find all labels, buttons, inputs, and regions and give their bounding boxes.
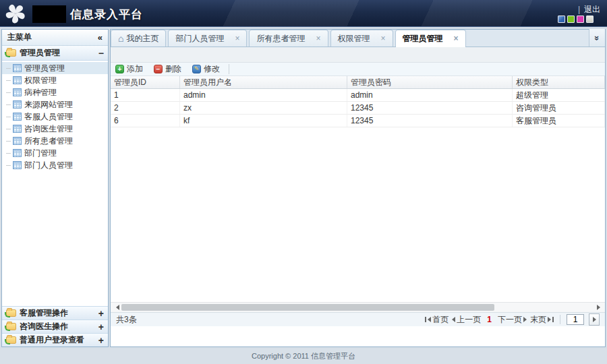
table-icon [13, 125, 22, 133]
arrow-right-icon [593, 317, 596, 322]
home-icon: ⌂ [118, 34, 123, 43]
accordion-panel-label: 咨询医生操作 [20, 321, 68, 332]
app-logo-icon [3, 1, 28, 26]
column-header-role[interactable]: 权限类型 [513, 76, 605, 88]
horizontal-scrollbar[interactable] [111, 302, 605, 312]
close-icon[interactable]: × [235, 34, 239, 42]
delete-button-label: 删除 [165, 63, 181, 75]
sidebar-item-service-staff[interactable]: 客服人员管理 [2, 111, 108, 123]
copyright-text: Copyright © 2011 信息管理平台 [252, 351, 355, 361]
logout-label: 退出 [584, 5, 600, 14]
next-page-label: 下一页 [498, 314, 522, 326]
edit-button-label: 修改 [204, 63, 220, 75]
edit-button[interactable]: ✎ 修改 [190, 63, 222, 75]
tree-connector [6, 92, 11, 93]
delete-icon: − [154, 65, 163, 73]
table-icon [13, 76, 22, 84]
tab-overflow-button[interactable]: » [589, 29, 605, 47]
close-icon[interactable]: × [381, 34, 386, 42]
app-window: 信息录入平台 |退出 主菜单 « 管理员管理 − [0, 0, 607, 364]
accordion-panel-service-ops[interactable]: 客服管理操作 + [2, 306, 108, 320]
sidebar-item-label: 病种管理 [24, 87, 57, 98]
sidebar-item-consult-doctor[interactable]: 咨询医生管理 [2, 123, 108, 135]
table-cell-admin-id: 6 [111, 115, 180, 127]
sidebar-collapse-icon[interactable]: « [98, 32, 103, 42]
folder-icon [6, 336, 16, 344]
close-icon[interactable]: × [454, 34, 459, 42]
collapse-panel-icon[interactable]: − [98, 49, 104, 58]
last-page-label: 末页 [530, 314, 546, 326]
sidebar-item-label: 权限管理 [24, 75, 57, 86]
theme-blue-button[interactable] [558, 16, 565, 23]
logout-separator: | [578, 5, 580, 14]
theme-gray-button[interactable] [586, 16, 594, 23]
arrow-left-icon [452, 317, 455, 322]
tab-admin-manage[interactable]: 管理员管理 × [395, 30, 466, 47]
tab-label: 部门人员管理 [175, 33, 224, 44]
pagination-bar: 共3条 首页 上一页 1 下一页 [111, 312, 605, 326]
accordion-panel-user-login-view[interactable]: 普通用户登录查看 + [2, 333, 108, 346]
scroll-right-button[interactable] [593, 303, 604, 312]
scroll-thumb[interactable] [121, 304, 494, 311]
sidebar-title: 主菜单 [7, 32, 32, 43]
current-page: 1 [487, 315, 492, 324]
table-icon [13, 100, 22, 109]
delete-button[interactable]: − 删除 [152, 63, 183, 75]
tree-connector [6, 68, 11, 69]
arrow-right-icon [548, 317, 551, 322]
sidebar-item-permission[interactable]: 权限管理 [2, 74, 108, 86]
expand-panel-icon[interactable]: + [98, 322, 104, 332]
tab-permission[interactable]: 权限管理 × [330, 30, 393, 47]
sidebar-item-source-site[interactable]: 来源网站管理 [2, 98, 108, 111]
sidebar-item-department-staff[interactable]: 部门人员管理 [2, 159, 108, 171]
prev-page-label: 上一页 [457, 314, 481, 326]
add-button[interactable]: + 添加 [113, 63, 145, 75]
page-input[interactable] [567, 314, 584, 325]
close-icon[interactable]: × [316, 34, 320, 42]
tab-label: 我的主页 [126, 33, 158, 44]
table-row[interactable]: 6 kf 12345 客服管理员 [111, 115, 605, 127]
accordion-panel-admin-manage[interactable]: 管理员管理 − [2, 46, 108, 61]
accordion-panel-label: 客服管理操作 [20, 307, 68, 319]
table-cell-username: zx [180, 102, 347, 114]
sidebar-header: 主菜单 « [2, 30, 108, 46]
theme-magenta-button[interactable] [577, 16, 584, 23]
accordion-panel-label: 普通用户登录查看 [20, 334, 84, 346]
folder-icon [6, 49, 16, 57]
expand-panel-icon[interactable]: + [98, 336, 104, 345]
column-header-password[interactable]: 管理员密码 [347, 76, 513, 88]
arrow-right-icon [523, 317, 527, 322]
next-page-button[interactable]: 下一页 [498, 314, 527, 326]
tab-all-patients[interactable]: 所有患者管理 × [249, 30, 328, 47]
theme-green-button[interactable] [567, 16, 575, 23]
pagination-controls: 首页 上一页 1 下一页 末 [425, 313, 600, 326]
table-cell-role: 咨询管理员 [513, 102, 605, 114]
accordion-panel-doctor-ops[interactable]: 咨询医生操作 + [2, 320, 108, 333]
table-icon [13, 113, 22, 121]
prev-page-button[interactable]: 上一页 [452, 314, 481, 326]
table-row[interactable]: 1 admin admin 超级管理 [111, 89, 605, 102]
sidebar-item-all-patients[interactable]: 所有患者管理 [2, 135, 108, 147]
arrow-right-icon [597, 305, 600, 310]
page-body: 主菜单 « 管理员管理 − 管理员管理 权限管理 [0, 28, 607, 348]
sidebar-item-disease[interactable]: 病种管理 [2, 86, 108, 98]
total-count: 共3条 [116, 314, 137, 326]
sidebar-item-department[interactable]: 部门管理 [2, 147, 108, 159]
tab-home[interactable]: ⌂ 我的主页 [111, 30, 166, 47]
column-header-username[interactable]: 管理员用户名 [180, 76, 347, 88]
column-header-admin-id[interactable]: 管理员ID [111, 76, 180, 88]
tree-connector [6, 153, 11, 154]
sidebar-item-label: 来源网站管理 [24, 99, 73, 111]
table-row[interactable]: 2 zx 12345 咨询管理员 [111, 102, 605, 115]
tree-connector [6, 80, 11, 81]
tab-department-staff[interactable]: 部门人员管理 × [168, 30, 247, 47]
first-page-button[interactable]: 首页 [425, 314, 449, 326]
last-page-button[interactable]: 末页 [530, 314, 554, 326]
go-page-button[interactable] [589, 313, 600, 326]
logout-link[interactable]: |退出 [578, 4, 600, 16]
sidebar-item-label: 部门管理 [24, 148, 57, 159]
sidebar-item-admin-manage[interactable]: 管理员管理 [2, 62, 108, 74]
theme-switcher [558, 16, 594, 23]
expand-panel-icon[interactable]: + [98, 309, 104, 318]
tree-connector [6, 104, 11, 105]
